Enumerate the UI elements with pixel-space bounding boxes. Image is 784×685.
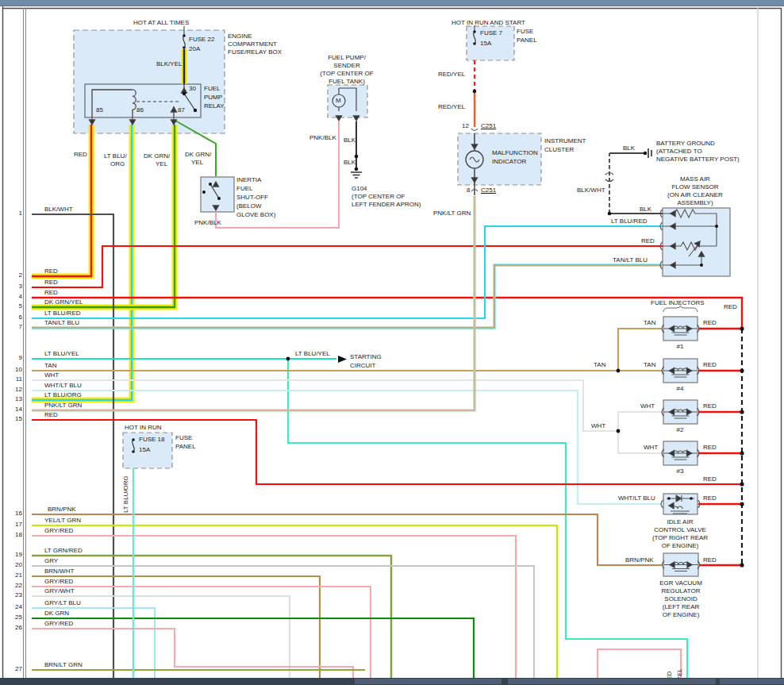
row-number: 16 <box>8 510 22 518</box>
row-number: 15 <box>8 415 22 423</box>
row-number: 25 <box>8 614 22 622</box>
injector-in-label: WHT <box>640 402 655 410</box>
row-wire-label: TAN <box>44 362 56 370</box>
pnk-ltgrn-label: PNK/LT GRN <box>433 210 471 217</box>
fuse7-amp-label: 15A <box>480 40 491 48</box>
injector-number: #3 <box>677 468 684 475</box>
g104-label: LEFT FENDER APRON) <box>352 201 421 209</box>
wire-dkgrn-yel-branch-label: YEL <box>191 159 203 167</box>
row-number: 24 <box>8 603 22 611</box>
red-yel-label: RED/YEL <box>438 103 465 111</box>
injector-in-label: WHT <box>644 444 658 452</box>
row-number: 14 <box>8 406 22 414</box>
red-label: RED <box>724 303 737 311</box>
row-number: 21 <box>8 571 22 579</box>
red-yel-label: RED/YEL <box>438 71 465 79</box>
idle-air-valve-label: (TOP RIGHT REAR <box>652 534 708 542</box>
inertia-label: SHUT-OFF <box>236 194 268 202</box>
battery-ground-label: BATTERY GROUND <box>656 140 715 148</box>
row-wire-label: GRY <box>44 557 58 565</box>
scrollbar-thumb[interactable] <box>508 679 716 684</box>
starting-circuit-label: STARTING <box>350 353 382 361</box>
scrollbar-thumb[interactable] <box>355 679 502 684</box>
row-wire-label: GRY/RED <box>44 578 73 586</box>
g104-label: G104 <box>352 185 367 193</box>
egr-out-label: RED <box>703 556 717 564</box>
scrollbar-thumb[interactable] <box>720 679 784 684</box>
idle-air-valve-label: IDLE AIR <box>667 518 694 526</box>
wire-ltblu-org-label: ORG <box>110 160 125 168</box>
valve-out-label: RED <box>703 495 717 502</box>
bottom-scrollbar <box>0 678 784 685</box>
wire-dkgrn-yel-branch-label: DK GRN/ <box>185 151 211 159</box>
idle-air-valve-label: CONTROL VALVE <box>654 526 706 534</box>
injector-in-label: TAN <box>644 319 655 327</box>
row-wire-label: TAN/LT BLU <box>44 319 79 327</box>
battery-ground-label: (ATTACHED TO <box>656 148 702 156</box>
row-number: 11 <box>8 375 22 383</box>
fuel-pump-label: FUEL PUMP/ <box>328 54 366 62</box>
c251-connector-label: C251 <box>481 187 496 194</box>
row-number: 18 <box>8 531 22 539</box>
fuse-panel-label: PANEL <box>517 37 537 44</box>
injector-out-label: RED <box>703 444 717 452</box>
row-wire-label: LT BLU/YEL <box>44 350 79 358</box>
egr-solenoid-label: SOLENOID <box>664 595 697 603</box>
valve-in-label: WHT/LT BLU <box>618 495 655 502</box>
malfunction-indicator-label: MALFUNCTION <box>492 149 538 157</box>
maf-blk-label: BLK <box>640 206 651 214</box>
fuel-pump-label: SENDER <box>333 62 359 70</box>
engine-box-label: COMPARTMENT <box>228 40 277 48</box>
relay-name-label: FUEL <box>204 85 220 93</box>
maf-tan-ltblu-label: TAN/LT BLU <box>613 256 648 264</box>
tan-junction-label: TAN <box>594 361 605 369</box>
row-number: 26 <box>8 624 22 632</box>
fuse18-label: FUSE 18 <box>139 436 164 444</box>
injector-out-label: RED <box>703 402 717 410</box>
row-wire-label: RED <box>44 289 58 297</box>
injector-out-label: RED <box>703 361 717 369</box>
wiring-diagram-page: HOT AT ALL TIMES ENGINE COMPARTMENT FUSE… <box>0 0 784 685</box>
row-wire-label: WHT <box>44 371 59 379</box>
relay-pin30-label: 30 <box>189 85 196 93</box>
row-wire-label: BLK/WHT <box>44 206 73 214</box>
row-number: 19 <box>8 551 22 559</box>
row-wire-label: LT GRN/RED <box>44 547 83 555</box>
blk-wht-label: BLK/WHT <box>577 187 605 194</box>
injector-number: #2 <box>677 426 684 434</box>
maf-red-label: RED <box>641 237 655 245</box>
row-wire-label: BRN/LT GRN <box>44 661 83 669</box>
hot-at-all-times-label: HOT AT ALL TIMES <box>133 19 189 27</box>
row-number: 4 <box>8 293 22 301</box>
row-number: 10 <box>8 366 22 374</box>
maf-ltblu-red-label: LT BLU/RED <box>611 217 648 225</box>
maf-sensor-label: FLOW SENSOR <box>671 183 718 191</box>
relay-pin86-label: 86 <box>136 106 144 114</box>
fuse-panel-label: FUSE <box>175 434 192 442</box>
row-wire-label: LT BLU/RED <box>44 310 81 317</box>
inertia-label: FUEL <box>236 185 252 193</box>
blk-ground-label: BLK <box>623 144 635 152</box>
inertia-label: INERTIA <box>236 176 261 184</box>
c251-pin8-label: 8 <box>467 187 470 194</box>
wire-dkgrn-yel-label: DK GRN/ <box>144 152 170 160</box>
row-number: 2 <box>8 271 22 279</box>
c251-pin12-label: 12 <box>462 122 469 130</box>
ltblu-org-vertical-label: LT BLU/ORG <box>122 475 130 513</box>
fuse7-label: FUSE 7 <box>480 29 502 37</box>
engine-box-label: ENGINE <box>228 33 252 40</box>
inertia-label: (BELOW <box>236 202 262 210</box>
fuel-pump-label: FUEL TANK) <box>329 78 365 86</box>
row-wire-label: GRY/RED <box>44 620 73 628</box>
egr-solenoid-label: (LEFT REAR <box>663 603 700 611</box>
row-wire-label: GRY/RED <box>44 527 73 535</box>
hot-in-run-start-label: HOT IN RUN AND START <box>452 19 525 27</box>
pnk-blk-inertia-label: PNK/BLK <box>194 219 221 227</box>
row-number: 9 <box>8 354 22 362</box>
fuel-injectors-title: FUEL INJECTORS <box>651 299 705 307</box>
injector-number: #4 <box>677 385 684 393</box>
row-wire-label: PNK/LT GRN <box>44 402 82 410</box>
hot-in-run-label: HOT IN RUN <box>125 424 162 432</box>
row-number: 6 <box>8 314 22 321</box>
blk-label: BLK <box>344 159 355 167</box>
